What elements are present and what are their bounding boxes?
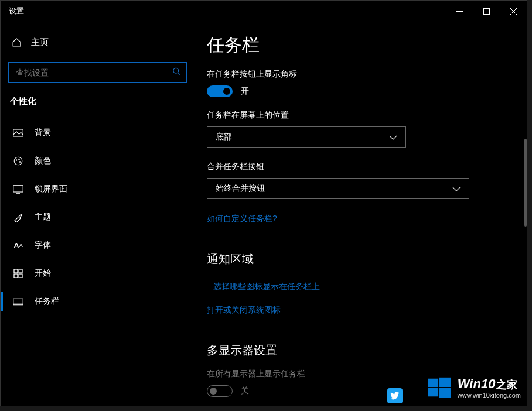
sidebar-item-fonts[interactable]: AA 字体 (8, 231, 187, 259)
svg-rect-19 (428, 379, 438, 387)
svg-rect-17 (13, 299, 23, 305)
svg-point-9 (19, 159, 20, 160)
search-input[interactable] (8, 62, 187, 83)
svg-line-5 (178, 73, 180, 75)
scrollbar-thumb[interactable] (524, 139, 527, 227)
sidebar-item-label: 任务栏 (35, 296, 59, 307)
taskbar-icon (12, 298, 24, 306)
svg-rect-20 (439, 378, 451, 387)
lockscreen-icon (12, 185, 24, 194)
sidebar-item-label: 锁屏界面 (35, 184, 67, 194)
search-icon (172, 67, 181, 78)
help-link[interactable]: 如何自定义任务栏? (207, 214, 277, 224)
system-icons-link[interactable]: 打开或关闭系统图标 (207, 305, 281, 316)
settings-window: 设置 主页 (0, 0, 527, 406)
position-label: 任务栏在屏幕上的位置 (207, 110, 503, 121)
toggle-state-off: 关 (241, 386, 249, 396)
chevron-down-icon (389, 132, 397, 142)
sidebar-item-label: 主题 (35, 212, 51, 222)
window-title: 设置 (9, 6, 24, 16)
svg-rect-13 (14, 269, 18, 273)
nav-list: 背景 颜色 锁屏界面 (8, 119, 187, 316)
twitter-icon (387, 388, 403, 403)
start-icon (12, 269, 24, 278)
select-icons-link[interactable]: 选择哪些图标显示在任务栏上 (207, 278, 326, 296)
sidebar-item-colors[interactable]: 颜色 (8, 147, 187, 175)
combine-value: 始终合并按钮 (216, 183, 265, 194)
svg-rect-16 (19, 274, 22, 278)
svg-point-4 (173, 68, 179, 73)
sidebar-item-lockscreen[interactable]: 锁屏界面 (8, 175, 187, 203)
sidebar-item-label: 背景 (35, 128, 51, 138)
sidebar: 主页 个性化 背景 (1, 22, 194, 406)
multi-toggle[interactable] (207, 385, 233, 397)
badge-toggle-row: 开 (207, 85, 503, 97)
sidebar-item-background[interactable]: 背景 (8, 119, 187, 147)
content-pane: 任务栏 在任务栏按钮上显示角标 开 任务栏在屏幕上的位置 底部 合并任务栏按钮 … (194, 22, 527, 406)
home-link[interactable]: 主页 (8, 32, 187, 53)
svg-rect-14 (19, 269, 22, 273)
sidebar-item-taskbar[interactable]: 任务栏 (8, 287, 187, 316)
search-field[interactable] (8, 62, 187, 83)
sidebar-item-start[interactable]: 开始 (8, 259, 187, 287)
sidebar-item-themes[interactable]: 主题 (8, 203, 187, 231)
page-title: 任务栏 (207, 33, 503, 57)
position-dropdown[interactable]: 底部 (207, 126, 406, 148)
svg-rect-11 (13, 185, 23, 191)
home-icon (11, 37, 22, 47)
font-icon: AA (12, 241, 24, 250)
position-value: 底部 (216, 132, 232, 142)
watermark-brand: Win10 (458, 376, 496, 392)
svg-rect-1 (483, 8, 489, 14)
watermark-brand-suffix: 之家 (496, 378, 517, 392)
window-body: 主页 个性化 背景 (1, 22, 527, 406)
watermark: Win10 之家 www.win10xitong.com (427, 373, 521, 402)
palette-icon (12, 156, 24, 166)
window-controls (446, 1, 527, 22)
category-label: 个性化 (10, 96, 187, 107)
svg-point-7 (14, 157, 22, 165)
section-notify-header: 通知区域 (207, 251, 503, 267)
combine-dropdown[interactable]: 始终合并按钮 (207, 178, 469, 199)
svg-rect-21 (428, 388, 438, 396)
svg-point-10 (19, 162, 21, 163)
combine-label: 合并任务栏按钮 (207, 162, 503, 172)
chevron-down-icon (452, 184, 461, 193)
svg-rect-22 (439, 388, 451, 398)
svg-point-8 (16, 160, 17, 161)
windows-logo-icon (427, 375, 452, 400)
picture-icon (12, 129, 24, 137)
maximize-button[interactable] (473, 1, 500, 22)
section-multi-header: 多显示器设置 (207, 342, 503, 358)
scrollbar-track[interactable] (523, 22, 527, 406)
theme-icon (12, 212, 24, 222)
badge-label: 在任务栏按钮上显示角标 (207, 69, 503, 80)
close-button[interactable] (500, 1, 527, 22)
svg-rect-15 (14, 274, 18, 278)
titlebar: 设置 (1, 1, 527, 22)
sidebar-item-label: 字体 (35, 240, 51, 251)
badge-toggle[interactable] (207, 85, 233, 97)
toggle-state-on: 开 (241, 86, 249, 97)
home-label: 主页 (31, 37, 49, 48)
sidebar-item-label: 开始 (35, 268, 51, 279)
minimize-button[interactable] (446, 1, 473, 22)
watermark-url: www.win10xitong.com (458, 392, 521, 399)
sidebar-item-label: 颜色 (35, 156, 51, 166)
